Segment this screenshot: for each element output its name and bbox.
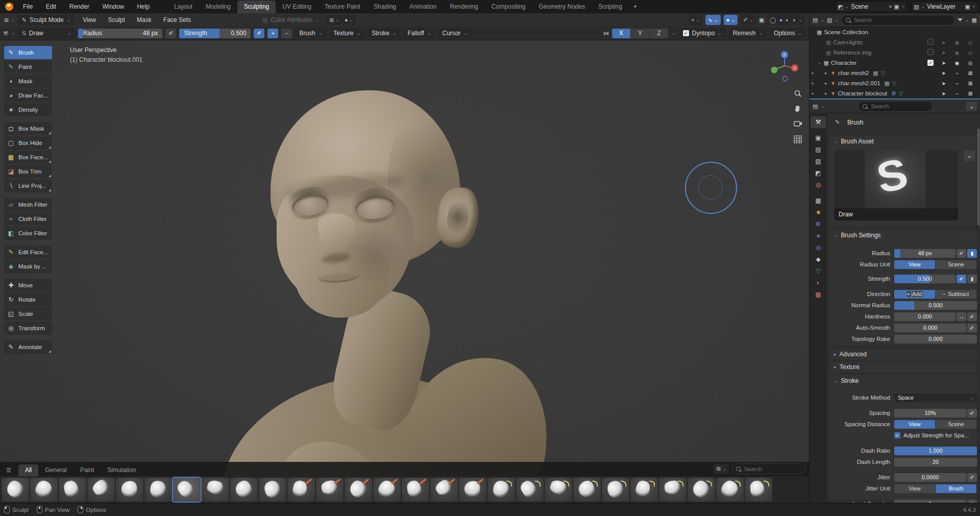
menu-face-sets[interactable]: Face Sets (158, 16, 196, 23)
wireframe-shading-icon[interactable]: ◯ (770, 17, 776, 23)
outliner-row-char-mesh2-001[interactable]: • ▸ ▼ char-mesh2.001 ▦ ▽ ➤ ⌣ ⊠ (810, 78, 980, 88)
hardness-slider[interactable]: 0.000 (894, 312, 955, 321)
brush-asset-tile-13[interactable] (345, 478, 372, 502)
rendered-shading-icon[interactable]: ◑ (792, 17, 796, 23)
brush-settings-panel-header[interactable]: ⌄ Brush Settings ···· (830, 230, 977, 241)
radius-pressure-button[interactable]: ✐ (165, 29, 176, 38)
hide-viewport-icon[interactable]: ◉ (950, 60, 964, 66)
brush-asset-tile-14[interactable] (373, 478, 401, 502)
mirror-z-button[interactable]: Z (650, 29, 669, 38)
remesh-popover[interactable]: Remesh ⌄ (729, 28, 767, 38)
properties-tab-modifier[interactable]: ⚙ (811, 218, 826, 230)
adjust-strength-checkbox[interactable]: ✓ (894, 432, 900, 438)
auto-smooth-pressure-button[interactable]: ✐ (967, 324, 977, 332)
scene-selector[interactable]: ◩ ⌄ Scene ⌖ ▣ × (835, 1, 907, 12)
workspace-tab-geometry-nodes[interactable]: Geometry Nodes (532, 1, 592, 13)
tool-scale[interactable]: ◱Scale (4, 307, 52, 321)
exclude-checkbox[interactable] (927, 39, 934, 45)
navigation-gizmo[interactable]: Z X (768, 49, 801, 83)
properties-search-input[interactable] (870, 103, 928, 110)
shelf-display-dropdown[interactable]: ⊞ ⌄ (714, 464, 729, 474)
brush-asset-tile-4[interactable] (87, 478, 115, 502)
normal-radius-slider[interactable]: 0.500 (894, 301, 977, 310)
direction-add-button[interactable]: + Add (894, 290, 936, 299)
tool-cloth-filter[interactable]: ≈Cloth Filter (4, 212, 52, 226)
menu-mask[interactable]: Mask (132, 16, 157, 23)
toggle-orthographic-button[interactable] (792, 135, 803, 145)
topology-rake-slider[interactable]: 0.000 (894, 335, 977, 343)
jitter-unit-brush-button[interactable]: Brush (936, 484, 977, 493)
menu-help[interactable]: Help (131, 3, 155, 10)
properties-scrollbar[interactable] (977, 129, 979, 226)
selectable-icon[interactable]: ➤ (937, 60, 950, 66)
tool-edit-face[interactable]: ✎Edit Face... (4, 245, 52, 259)
jitter-pressure-button[interactable]: ✐ (967, 473, 977, 482)
brush-asset-tile-5[interactable] (116, 478, 143, 502)
expand-icon[interactable]: ▸ (825, 70, 827, 76)
tool-line-proj[interactable]: ∖Line Proj... (4, 179, 52, 192)
strength-tablet-button[interactable]: ▮ (967, 275, 977, 283)
menu-view[interactable]: View (78, 16, 101, 23)
brush-asset-tile-17[interactable] (459, 478, 486, 502)
workspace-tab-animation[interactable]: Animation (403, 1, 443, 13)
hide-viewport-icon[interactable]: ◉ (950, 50, 964, 56)
shelf-tab-simulation[interactable]: Simulation (101, 464, 142, 476)
tool-color-filter[interactable]: ◧Color Filter (4, 227, 52, 240)
brush-asset-tile-6[interactable] (144, 478, 172, 502)
brush-asset-tile-10[interactable] (259, 478, 286, 502)
tool-annotate[interactable]: ✎Annotate (4, 340, 52, 354)
brush-asset-tile-26[interactable] (716, 478, 744, 502)
new-viewlayer-icon[interactable]: ▣ (965, 4, 970, 10)
workspace-tab-compositing[interactable]: Compositing (485, 1, 532, 13)
texture-popover[interactable]: Texture ⌄ (329, 28, 364, 38)
hide-viewport-icon[interactable]: ⌣ (950, 80, 964, 86)
outliner-row-char-mesh2[interactable]: • ▸ ▼ char-mesh2 ▦ ▽ ➤ ⌣ ⊠ (810, 68, 980, 78)
hardness-invert-button[interactable]: ↔ (957, 312, 966, 321)
brush-asset-tile-1[interactable] (2, 478, 29, 502)
dyntopo-checkbox[interactable]: ✓ (683, 30, 689, 36)
brush-asset-panel-header[interactable]: ⌄ Brush Asset ···· (830, 136, 977, 147)
tool-draw-fac[interactable]: ◕Draw Fac... (4, 89, 52, 102)
hardness-pressure-button[interactable]: ✐ (967, 312, 977, 321)
properties-search-box[interactable] (858, 101, 933, 112)
editor-type-icon[interactable]: ⊞ (4, 17, 9, 23)
direction-subtract-button[interactable]: − Subtract (936, 290, 977, 299)
collapse-icon[interactable]: ⌄ (818, 60, 822, 65)
strength-pressure-button[interactable]: ✐ (254, 29, 264, 38)
falloff-popover[interactable]: Falloff ⌄ (403, 28, 435, 38)
properties-tab-tool[interactable]: ⚒ (811, 116, 826, 128)
zoom-view-button[interactable] (792, 89, 803, 99)
tool-box-trim[interactable]: ◪Box Trim (4, 165, 52, 178)
disable-render-icon[interactable]: ⊠ (964, 91, 977, 96)
properties-editor-icon[interactable]: ▤ (813, 103, 818, 110)
workspace-tab-rendering[interactable]: Rendering (443, 1, 484, 13)
properties-tab-particles[interactable]: ∗ (811, 230, 826, 242)
cursor-popover[interactable]: Cursor ⌄ (438, 28, 472, 38)
brush-asset-tile-25[interactable] (688, 478, 715, 502)
advanced-panel-header[interactable]: ▸ Advanced (830, 349, 977, 359)
spacing-distance-scene-button[interactable]: Scene (936, 420, 977, 429)
expand-icon[interactable]: ▸ (825, 81, 827, 86)
dash-ratio-slider[interactable]: 1.000 (894, 447, 977, 455)
brush-preview[interactable]: S Draw (834, 150, 958, 220)
shelf-tab-all[interactable]: All (18, 464, 38, 476)
outliner-search-box[interactable] (841, 15, 955, 26)
radius-slider[interactable]: Radius 48 px (78, 29, 162, 38)
brush-asset-tile-27[interactable] (745, 478, 772, 502)
brush-asset-name[interactable]: Draw (834, 208, 958, 220)
brush-asset-tile-23[interactable] (630, 478, 658, 502)
brush-asset-tile-16[interactable] (430, 478, 458, 502)
blender-logo-icon[interactable] (5, 3, 13, 11)
shelf-search-input[interactable] (743, 465, 801, 473)
stroke-method-dropdown[interactable]: Space ⌄ (894, 394, 977, 402)
exclude-checkbox[interactable] (927, 49, 934, 55)
dash-length-field[interactable]: 20 (894, 458, 977, 466)
tool-box-mask[interactable]: ◻Box Mask (4, 122, 52, 135)
brush-asset-tile-24[interactable] (659, 478, 687, 502)
mirror-y-button[interactable]: Y (631, 29, 650, 38)
proportional-edit-dropdown[interactable]: ∿ ⌄ (705, 15, 721, 25)
hide-viewport-icon[interactable]: ⌣ (950, 90, 964, 96)
workspace-tab-modeling[interactable]: Modeling (199, 1, 237, 13)
new-collection-icon[interactable]: ▦ (972, 17, 977, 23)
tool-paint[interactable]: ✎Paint (4, 60, 52, 73)
